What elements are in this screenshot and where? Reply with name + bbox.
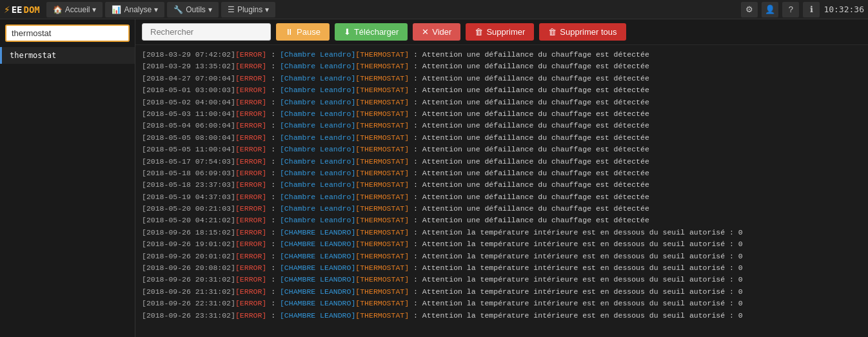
info-button[interactable]: ℹ — [803, 2, 820, 17]
log-area[interactable]: [2018-03-29 07:42:02][ERROR] : [Chambre … — [135, 45, 868, 337]
clear-icon: ✕ — [422, 27, 429, 37]
log-line: [2018-03-29 07:42:02][ERROR] : [Chambre … — [142, 49, 862, 61]
sidebar-item-thermostat[interactable]: thermostat — [0, 47, 135, 64]
log-line: [2018-09-26 20:01:02][ERROR] : [CHAMBRE … — [142, 251, 862, 262]
sidebar-search-input[interactable] — [5, 24, 130, 42]
outils-icon: 🔧 — [173, 5, 183, 14]
log-line: [2018-09-26 18:15:02][ERROR] : [CHAMBRE … — [142, 227, 862, 238]
delete-all-icon: 🗑 — [548, 27, 557, 37]
log-line: [2018-09-26 22:31:02][ERROR] : [CHAMBRE … — [142, 298, 862, 309]
log-line: [2018-03-29 13:35:02][ERROR] : [Chambre … — [142, 61, 862, 72]
nav-right: ⚙ 👤 ? ℹ 10:32:36 — [741, 2, 864, 17]
clear-label: Vider — [432, 27, 451, 37]
settings-button[interactable]: ⚙ — [741, 2, 758, 17]
log-line: [2018-05-05 11:00:04][ERROR] : [Chambre … — [142, 144, 862, 155]
log-line: [2018-05-04 06:00:04][ERROR] : [Chambre … — [142, 120, 862, 131]
log-line: [2018-05-05 08:00:04][ERROR] : [Chambre … — [142, 132, 862, 144]
plugins-caret-icon: ▾ — [265, 5, 269, 14]
log-line: [2018-05-20 00:21:03][ERROR] : [Chambre … — [142, 203, 862, 215]
analyse-icon: 📊 — [112, 5, 121, 14]
pause-button[interactable]: ⏸ Pause — [276, 23, 330, 41]
nav-analyse-button[interactable]: 📊 Analyse ▾ — [105, 2, 164, 17]
log-line: [2018-05-18 06:09:03][ERROR] : [Chambre … — [142, 168, 862, 179]
delete-button[interactable]: 🗑 Supprimer — [466, 23, 534, 41]
toolbar: ⏸ Pause ⬇ Télécharger ✕ Vider 🗑 Supprime… — [135, 19, 868, 45]
sidebar: thermostat — [0, 19, 135, 337]
delete-icon: 🗑 — [475, 27, 483, 37]
log-line: [2018-05-02 04:00:04][ERROR] : [Chambre … — [142, 97, 862, 108]
log-line: [2018-09-26 23:31:02][ERROR] : [CHAMBRE … — [142, 310, 862, 322]
brand-ee: EE — [12, 5, 23, 15]
log-line: [2018-05-18 23:37:03][ERROR] : [Chambre … — [142, 179, 862, 191]
brand-hash: ⚡ — [4, 3, 10, 15]
nav-plugins-label: Plugins — [237, 5, 262, 14]
sidebar-item-label: thermostat — [10, 51, 56, 60]
nav-outils-button[interactable]: 🔧 Outils ▾ — [167, 2, 219, 17]
main-content: ⏸ Pause ⬇ Télécharger ✕ Vider 🗑 Supprime… — [135, 19, 868, 337]
pause-label: Pause — [297, 27, 321, 37]
download-label: Télécharger — [354, 27, 399, 37]
nav-accueil-label: Accueil — [65, 5, 90, 14]
pause-icon: ⏸ — [285, 27, 293, 37]
log-line: [2018-05-19 04:37:03][ERROR] : [Chambre … — [142, 191, 862, 203]
nav-outils-label: Outils — [186, 5, 206, 14]
delete-label: Supprimer — [486, 27, 525, 37]
nav-accueil-button[interactable]: 🏠 Accueil ▾ — [46, 2, 103, 17]
nav-plugins-button[interactable]: ☰ Plugins ▾ — [221, 2, 275, 17]
log-search-input[interactable] — [142, 23, 271, 41]
nav-analyse-label: Analyse — [124, 5, 152, 14]
log-line: [2018-05-03 11:00:04][ERROR] : [Chambre … — [142, 108, 862, 120]
delete-all-label: Supprimer tous — [560, 27, 616, 37]
outils-caret-icon: ▾ — [208, 5, 212, 14]
home-icon: 🏠 — [53, 5, 63, 14]
log-line: [2018-05-17 07:54:03][ERROR] : [Chambre … — [142, 156, 862, 168]
log-line: [2018-09-26 19:01:02][ERROR] : [CHAMBRE … — [142, 238, 862, 250]
log-line: [2018-04-27 07:00:04][ERROR] : [Chambre … — [142, 73, 862, 84]
log-line: [2018-09-26 21:31:02][ERROR] : [CHAMBRE … — [142, 286, 862, 298]
log-line: [2018-09-26 20:08:02][ERROR] : [CHAMBRE … — [142, 262, 862, 274]
brand-dom: DOM — [24, 5, 40, 15]
user-button[interactable]: 👤 — [762, 2, 778, 17]
delete-all-button[interactable]: 🗑 Supprimer tous — [539, 23, 626, 41]
brand-logo: ⚡ EEDOM — [4, 3, 40, 15]
download-button[interactable]: ⬇ Télécharger — [335, 23, 408, 41]
log-line: [2018-05-01 03:00:03][ERROR] : [Chambre … — [142, 84, 862, 96]
clear-button[interactable]: ✕ Vider — [413, 23, 460, 41]
analyse-caret-icon: ▾ — [154, 5, 158, 14]
help-button[interactable]: ? — [782, 2, 799, 17]
navbar: ⚡ EEDOM 🏠 Accueil ▾ 📊 Analyse ▾ 🔧 Outils… — [0, 0, 868, 19]
plugins-icon: ☰ — [228, 5, 235, 14]
log-line: [2018-05-20 04:21:02][ERROR] : [Chambre … — [142, 215, 862, 226]
download-icon: ⬇ — [344, 27, 351, 37]
log-line: [2018-09-26 20:31:02][ERROR] : [CHAMBRE … — [142, 274, 862, 285]
accueil-caret-icon: ▾ — [92, 5, 96, 14]
clock: 10:32:36 — [824, 5, 864, 14]
layout: thermostat ⏸ Pause ⬇ Télécharger ✕ Vider… — [0, 19, 868, 337]
